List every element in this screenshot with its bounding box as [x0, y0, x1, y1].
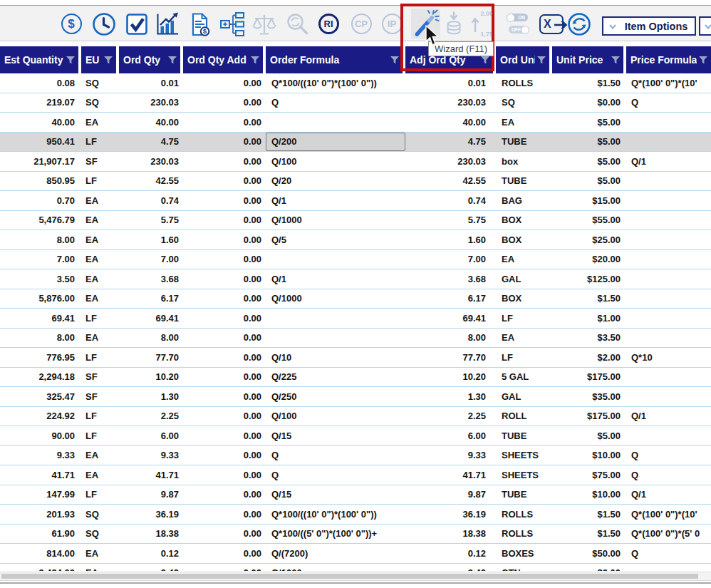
cell-ord_qty[interactable]: 0.01: [119, 73, 183, 93]
cell-order_formula[interactable]: Q*100/((10' 0")*(100' 0")): [266, 73, 405, 93]
cell-ord_unit[interactable]: BOX: [496, 230, 552, 249]
cell-adj_ord_qty[interactable]: 6.17: [405, 289, 496, 309]
cell-price_formula[interactable]: Q/1: [626, 407, 711, 426]
cell-ord_unit[interactable]: TUBE: [496, 172, 552, 191]
cell-price_formula[interactable]: [626, 211, 711, 230]
cell-unit_price[interactable]: $10.00: [552, 485, 626, 505]
cell-ord_unit[interactable]: ROLLS: [496, 505, 552, 524]
table-row[interactable]: 5,876.00EA6.170.00Q/10006.17BOX$1.50: [0, 289, 711, 309]
table-row[interactable]: 8.00EA1.600.00Q/51.60BOX$25.00: [0, 230, 711, 250]
filter-icon[interactable]: [168, 56, 177, 64]
cell-ord_qty_add[interactable]: 0.00: [183, 309, 266, 328]
cell-order_formula[interactable]: Q/15: [266, 485, 405, 505]
cell-price_formula[interactable]: Q/1: [626, 152, 711, 171]
cell-ord_qty_add[interactable]: 0.00: [183, 564, 266, 572]
checklist-button[interactable]: [123, 9, 151, 39]
cell-adj_ord_qty[interactable]: 77.70: [405, 348, 496, 367]
cell-order_formula[interactable]: Q/225: [266, 368, 405, 387]
cell-eu[interactable]: SF: [81, 152, 119, 171]
cell-ord_qty_add[interactable]: 0.00: [183, 525, 266, 544]
table-row[interactable]: 776.95LF77.700.00Q/1077.70LF$2.00Q*10: [0, 348, 711, 368]
cell-order_formula[interactable]: Q/15: [266, 426, 405, 445]
cell-est_qty[interactable]: 3,424.00: [0, 564, 81, 572]
cell-eu[interactable]: SQ: [81, 505, 119, 524]
cell-est_qty[interactable]: 776.95: [0, 348, 81, 367]
cell-adj_ord_qty[interactable]: 0.01: [405, 73, 496, 93]
cell-unit_price[interactable]: $0.00: [552, 93, 626, 113]
cell-est_qty[interactable]: 850.95: [0, 172, 81, 191]
cell-ord_qty[interactable]: 230.03: [119, 152, 183, 171]
cell-unit_price[interactable]: $10.00: [552, 446, 626, 465]
filter-icon[interactable]: [104, 56, 113, 64]
cell-ord_qty_add[interactable]: 0.00: [183, 191, 266, 210]
filter-icon[interactable]: [611, 56, 620, 64]
filter-icon[interactable]: [390, 56, 399, 64]
cell-ord_qty[interactable]: 41.71: [119, 465, 183, 485]
cell-ord_unit[interactable]: BAG: [496, 191, 552, 210]
cell-adj_ord_qty[interactable]: 1.60: [405, 230, 496, 249]
cell-ord_qty[interactable]: 77.70: [119, 348, 183, 367]
cell-price_formula[interactable]: [626, 191, 711, 210]
cell-price_formula[interactable]: [626, 309, 711, 328]
column-header-ord_unit[interactable]: Ord Unit: [496, 46, 549, 73]
cell-est_qty[interactable]: 69.41: [0, 309, 81, 328]
cell-unit_price[interactable]: $15.00: [552, 191, 626, 210]
cell-ord_qty[interactable]: 8.00: [119, 329, 183, 348]
cell-eu[interactable]: EA: [81, 564, 119, 572]
cell-ord_qty_add[interactable]: 0.00: [183, 407, 266, 426]
cell-unit_price[interactable]: $3.50: [552, 329, 626, 348]
cell-price_formula[interactable]: [626, 230, 711, 249]
filter-icon[interactable]: [251, 56, 259, 64]
cell-adj_ord_qty[interactable]: 3.68: [405, 269, 496, 289]
table-row[interactable]: 5,476.79EA5.750.00Q/10005.75BOX$55.00: [0, 211, 711, 231]
cell-eu[interactable]: EA: [81, 289, 119, 309]
cell-ord_qty[interactable]: 36.19: [119, 505, 183, 524]
cell-ord_qty[interactable]: 10.20: [119, 368, 183, 387]
cell-adj_ord_qty[interactable]: 6.00: [405, 426, 496, 445]
cell-ord_qty[interactable]: 40.00: [119, 113, 183, 132]
cell-order_formula[interactable]: [266, 113, 405, 132]
table-row[interactable]: 814.00EA0.120.00Q/(7200)0.12BOXES$50.00Q: [0, 544, 711, 564]
table-row[interactable]: 40.00EA40.000.0040.00EA$5.00: [0, 113, 711, 133]
cell-ord_unit[interactable]: BOXES: [496, 544, 552, 563]
cell-est_qty[interactable]: 224.92: [0, 407, 81, 426]
cell-est_qty[interactable]: 5,876.00: [0, 289, 81, 309]
filter-icon[interactable]: [699, 56, 707, 64]
cell-adj_ord_qty[interactable]: 9.33: [405, 446, 496, 465]
cell-ord_unit[interactable]: ROLL: [496, 407, 552, 426]
table-row[interactable]: 8.00EA8.000.008.00EA$3.50: [0, 329, 711, 349]
cell-unit_price[interactable]: $1.50: [552, 73, 626, 93]
cell-ord_unit[interactable]: ROLLS: [496, 525, 552, 544]
cell-order_formula[interactable]: Q/1: [266, 191, 405, 210]
cell-unit_price[interactable]: $55.00: [552, 211, 626, 230]
cell-est_qty[interactable]: 7.00: [0, 250, 81, 269]
cell-price_formula[interactable]: [626, 564, 711, 572]
cell-eu[interactable]: LF: [81, 485, 119, 505]
column-header-unit_price[interactable]: Unit Price: [552, 46, 623, 73]
ri-button[interactable]: RI: [314, 9, 343, 39]
table-row[interactable]: 224.92LF2.250.00Q/1002.25ROLL$175.00Q/1: [0, 407, 711, 427]
horizontal-scrollbar[interactable]: [0, 572, 711, 581]
cell-ord_unit[interactable]: EA: [496, 329, 552, 348]
table-row[interactable]: 219.07SQ230.030.00Q230.03SQ$0.00Q: [0, 93, 711, 113]
column-header-order_formula[interactable]: Order Formula: [266, 46, 403, 73]
column-header-est_qty[interactable]: Est Quantity: [0, 46, 78, 73]
cell-ord_qty_add[interactable]: 0.00: [183, 446, 266, 465]
cell-ord_qty_add[interactable]: 0.00: [183, 544, 266, 563]
cell-order_formula[interactable]: Q*100/((5' 0")*(100' 0"))+: [266, 525, 405, 544]
chart-button[interactable]: [152, 9, 181, 39]
cell-ord_unit[interactable]: GAL: [496, 387, 552, 406]
cell-order_formula[interactable]: Q/100: [266, 407, 405, 426]
cell-adj_ord_qty[interactable]: 0.12: [405, 544, 496, 563]
cell-ord_qty[interactable]: 7.00: [119, 250, 183, 269]
cell-price_formula[interactable]: [626, 329, 711, 348]
cell-ord_qty_add[interactable]: 0.00: [183, 269, 266, 289]
cell-order_formula[interactable]: Q/100: [266, 152, 405, 171]
cell-price_formula[interactable]: [626, 113, 711, 132]
cell-ord_qty[interactable]: 2.25: [119, 407, 183, 426]
cell-adj_ord_qty[interactable]: 2.25: [405, 407, 496, 426]
cell-ord_qty_add[interactable]: 0.00: [183, 348, 266, 367]
cell-ord_qty[interactable]: 6.00: [119, 426, 183, 445]
cell-ord_qty[interactable]: 69.41: [119, 309, 183, 328]
cell-ord_qty_add[interactable]: 0.00: [183, 172, 266, 191]
